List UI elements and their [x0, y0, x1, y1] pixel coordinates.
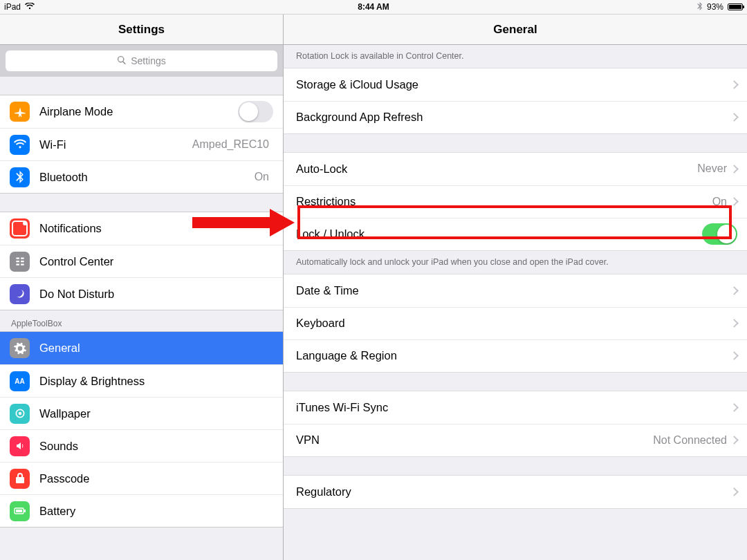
text-size-icon: AA [10, 371, 30, 391]
wifi-icon [10, 135, 30, 155]
lock-unlock-switch[interactable] [702, 223, 737, 245]
airplane-icon [10, 102, 30, 122]
wifi-icon [25, 2, 35, 12]
row-label: Control Center [39, 255, 273, 268]
sidebar-item-passcode[interactable]: Passcode [0, 462, 283, 494]
detail-row-background-app-refresh[interactable]: Background App Refresh [284, 101, 747, 133]
chevron-right-icon [730, 351, 739, 360]
row-label: Background App Refresh [296, 111, 731, 124]
moon-icon [10, 284, 30, 304]
row-value: On [712, 196, 727, 208]
device-label: iPad [4, 2, 21, 12]
detail-row-regulatory[interactable]: Regulatory [284, 476, 747, 508]
group-footer: Automatically lock and unlock your iPad … [284, 251, 747, 274]
sidebar-item-bluetooth[interactable]: Bluetooth On [0, 160, 283, 193]
detail-row-restrictions[interactable]: Restrictions On [284, 185, 747, 218]
row-label: Language & Region [296, 349, 731, 362]
detail-row-itunes-wifi-sync[interactable]: iTunes Wi-Fi Sync [284, 391, 747, 424]
gear-icon [10, 338, 30, 358]
row-label: Bluetooth [39, 171, 255, 184]
sidebar-item-airplane-mode[interactable]: Airplane Mode [0, 95, 283, 128]
row-label: Date & Time [296, 284, 731, 297]
sidebar-item-control-center[interactable]: Control Center [0, 245, 283, 277]
row-label: Passcode [39, 472, 273, 485]
sidebar-item-general[interactable]: General [0, 332, 283, 364]
row-label: General [39, 342, 273, 355]
row-label: Display & Brightness [39, 375, 273, 388]
row-label: Wallpaper [39, 407, 273, 420]
row-label: Battery [39, 505, 273, 518]
chevron-right-icon [730, 80, 739, 89]
chevron-right-icon [730, 436, 739, 445]
detail-row-keyboard[interactable]: Keyboard [284, 307, 747, 339]
detail-row-lock-unlock[interactable]: Lock / Unlock [284, 218, 747, 250]
row-value: On [255, 171, 269, 183]
chevron-right-icon [730, 286, 739, 295]
search-icon [117, 55, 127, 67]
chevron-right-icon [730, 113, 739, 122]
chevron-right-icon [730, 165, 739, 174]
battery-pct: 93% [707, 2, 723, 12]
sidebar-item-do-not-disturb[interactable]: Do Not Disturb [0, 277, 283, 310]
row-label: Sounds [39, 440, 273, 453]
row-label: Regulatory [296, 485, 731, 498]
sidebar-item-wifi[interactable]: Wi-Fi Amped_REC10 [0, 128, 283, 160]
chevron-right-icon [730, 403, 739, 412]
bluetooth-icon [10, 167, 30, 187]
detail-row-language-region[interactable]: Language & Region [284, 339, 747, 372]
status-bar: iPad 8:44 AM 93% [0, 0, 747, 14]
detail-row-date-time[interactable]: Date & Time [284, 274, 747, 307]
row-value: Not Connected [653, 434, 727, 447]
svg-rect-4 [16, 510, 22, 512]
row-label: Lock / Unlock [296, 227, 702, 241]
sidebar-item-display-brightness[interactable]: AA Display & Brightness [0, 364, 283, 397]
row-label: Storage & iCloud Usage [296, 78, 731, 91]
row-label: Keyboard [296, 317, 731, 330]
control-center-icon [10, 252, 30, 272]
sidebar-item-wallpaper[interactable]: Wallpaper [0, 397, 283, 429]
chevron-right-icon [730, 319, 739, 328]
detail-title: General [284, 15, 747, 45]
battery-icon [728, 3, 743, 10]
search-input[interactable]: Settings [6, 50, 277, 71]
search-placeholder: Settings [131, 55, 166, 66]
chevron-right-icon [730, 487, 739, 496]
lock-icon [10, 469, 30, 489]
battery-icon [10, 501, 30, 521]
speaker-icon [10, 436, 30, 456]
chevron-right-icon [730, 198, 739, 207]
wallpaper-icon [10, 404, 30, 424]
sidebar-item-battery[interactable]: Battery [0, 494, 283, 527]
row-label: Auto-Lock [296, 162, 697, 176]
detail-row-storage[interactable]: Storage & iCloud Usage [284, 68, 747, 101]
svg-point-1 [18, 412, 21, 416]
row-label: Restrictions [296, 195, 712, 208]
airplane-mode-switch[interactable] [238, 101, 273, 122]
row-label: Airplane Mode [39, 105, 238, 118]
notifications-icon [10, 218, 30, 239]
detail-hint-top: Rotation Lock is available in Control Ce… [284, 45, 747, 68]
row-value: Never [697, 162, 727, 175]
row-label: VPN [296, 433, 653, 447]
row-label: Wi-Fi [39, 138, 192, 151]
sidebar-title: Settings [0, 15, 283, 45]
sidebar-item-notifications[interactable]: Notifications [0, 212, 283, 245]
row-label: Do Not Disturb [39, 288, 273, 301]
clock: 8:44 AM [358, 2, 389, 12]
svg-rect-3 [24, 510, 26, 512]
group-header: AppleToolBox [0, 316, 283, 331]
row-value: Amped_REC10 [192, 138, 269, 151]
detail-row-vpn[interactable]: VPN Not Connected [284, 424, 747, 456]
row-label: iTunes Wi-Fi Sync [296, 401, 731, 414]
sidebar-item-sounds[interactable]: Sounds [0, 429, 283, 462]
bluetooth-icon [697, 2, 703, 12]
row-label: Notifications [39, 222, 273, 235]
detail-row-auto-lock[interactable]: Auto-Lock Never [284, 153, 747, 185]
